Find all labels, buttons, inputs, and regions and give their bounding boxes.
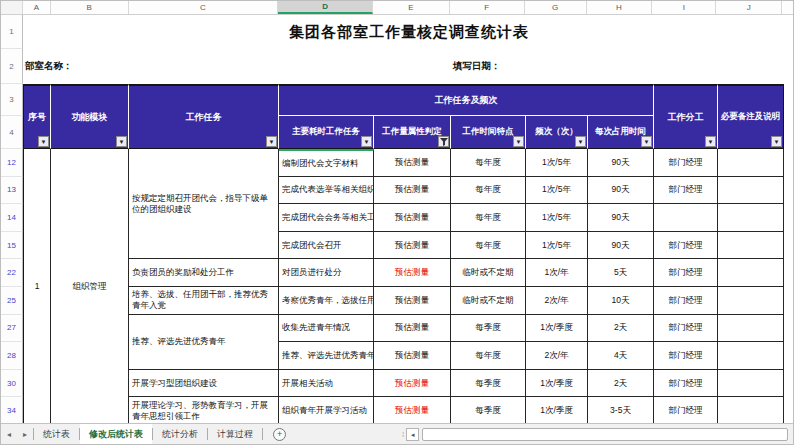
- row-header-28[interactable]: 28: [1, 342, 23, 370]
- header-module[interactable]: 功能模块 ▼: [51, 84, 129, 149]
- cell-note-28[interactable]: [718, 342, 784, 370]
- cell-owner-34[interactable]: 部门经理: [654, 397, 718, 425]
- cell-maintask-27[interactable]: 收集先进青年情况: [279, 315, 374, 343]
- cell-note-14[interactable]: [718, 204, 784, 232]
- column-header-a[interactable]: A: [23, 1, 51, 14]
- cell-time-30[interactable]: 每季度: [451, 370, 526, 398]
- cell-time-27[interactable]: 每季度: [451, 315, 526, 343]
- cell-note-27[interactable]: [718, 315, 784, 343]
- cell-attr-28[interactable]: 预估测量: [374, 342, 451, 370]
- cell-time-13[interactable]: 每年度: [451, 177, 526, 205]
- cell-owner-27[interactable]: 部门经理: [654, 315, 718, 343]
- column-header-i[interactable]: I: [652, 1, 716, 14]
- cell-freq-25[interactable]: 2次/年: [526, 287, 588, 315]
- column-header-g[interactable]: G: [525, 1, 587, 14]
- cell-maintask-12[interactable]: 编制团代会文字材料: [279, 149, 374, 177]
- row-header-4[interactable]: 4: [1, 116, 23, 149]
- add-sheet-icon[interactable]: +: [273, 428, 286, 441]
- filter-dropdown-icon[interactable]: ▼: [641, 136, 652, 147]
- cell-time-22[interactable]: 临时或不定期: [451, 259, 526, 287]
- cell-maintask-22[interactable]: 对团员进行处分: [279, 259, 374, 287]
- cell-freq-30[interactable]: 1次/季度: [526, 370, 588, 398]
- cell-dur-34[interactable]: 3-5天: [588, 397, 654, 425]
- column-header-h[interactable]: H: [587, 1, 653, 14]
- filter-dropdown-icon[interactable]: ▼: [705, 136, 716, 147]
- cell-maintask-28[interactable]: 推荐、评选先进优秀青年: [279, 342, 374, 370]
- row-header-30[interactable]: 30: [1, 370, 23, 398]
- header-time-feature[interactable]: 工作时间特点 ▼: [451, 116, 526, 149]
- cell-maintask-14[interactable]: 完成团代会会务等相关工作: [279, 204, 374, 232]
- header-notes[interactable]: 必要备注及说明 ▼: [718, 84, 784, 149]
- dept-name-label[interactable]: 部室名称：: [23, 49, 451, 84]
- row-header-13[interactable]: 13: [1, 177, 23, 205]
- cell-note-15[interactable]: [718, 232, 784, 260]
- row-header-1[interactable]: 1: [1, 15, 23, 49]
- cell-attr-27[interactable]: 预估测量: [374, 315, 451, 343]
- header-frequency[interactable]: 频次（次） ▼: [526, 116, 588, 149]
- cell-note-25[interactable]: [718, 287, 784, 315]
- cell-freq-28[interactable]: 2次/年: [526, 342, 588, 370]
- prev-sheet-icon[interactable]: ◂: [1, 430, 17, 439]
- cell-time-28[interactable]: 每年度: [451, 342, 526, 370]
- select-all-corner[interactable]: [1, 1, 23, 14]
- filter-funnel-icon[interactable]: [438, 136, 449, 147]
- cell-time-14[interactable]: 每年度: [451, 204, 526, 232]
- cell-freq-12[interactable]: 1次/5年: [526, 149, 588, 177]
- cell-owner-15[interactable]: 部门经理: [654, 232, 718, 260]
- cell-time-15[interactable]: 每年度: [451, 232, 526, 260]
- row-header-25[interactable]: 25: [1, 287, 23, 315]
- cell-note-30[interactable]: [718, 370, 784, 398]
- filter-dropdown-icon[interactable]: ▼: [771, 136, 782, 147]
- cell-freq-27[interactable]: 1次/季度: [526, 315, 588, 343]
- cell-attr-25[interactable]: 预估测量: [374, 287, 451, 315]
- header-division[interactable]: 工作分工 ▼: [654, 84, 718, 149]
- cell-dur-27[interactable]: 2天: [588, 315, 654, 343]
- cell-task-12-15[interactable]: 按规定定期召开团代会，指导下级单位的团组织建设: [129, 149, 279, 259]
- filter-dropdown-icon[interactable]: ▼: [513, 136, 524, 147]
- cell-dur-25[interactable]: 10天: [588, 287, 654, 315]
- header-main-task[interactable]: 主要耗时工作任务 ▼: [279, 116, 374, 149]
- cell-dur-15[interactable]: 90天: [588, 232, 654, 260]
- column-header-b[interactable]: B: [51, 1, 129, 14]
- cell-note-13[interactable]: [718, 177, 784, 205]
- filter-dropdown-icon[interactable]: ▼: [38, 136, 49, 147]
- filter-dropdown-icon[interactable]: ▼: [266, 136, 277, 147]
- cell-freq-22[interactable]: 1次/年: [526, 259, 588, 287]
- tab-revised-statistics[interactable]: 修改后统计表: [80, 424, 152, 444]
- cell-attr-13[interactable]: 预估测量: [374, 177, 451, 205]
- cell-maintask-13[interactable]: 完成代表选举等相关组织工作: [279, 177, 374, 205]
- cell-owner-14[interactable]: [654, 204, 718, 232]
- cell-dur-12[interactable]: 90天: [588, 149, 654, 177]
- cell-owner-30[interactable]: 部门经理: [654, 370, 718, 398]
- cell-task-30[interactable]: 开展学习型团组织建设: [129, 370, 279, 398]
- cell-task-22[interactable]: 负责团员的奖励和处分工作: [129, 259, 279, 287]
- column-header-e[interactable]: E: [373, 1, 450, 14]
- header-attr[interactable]: 工作量属性判定: [374, 116, 451, 149]
- row-header-12[interactable]: 12: [1, 149, 23, 177]
- cell-owner-25[interactable]: 部门经理: [654, 287, 718, 315]
- cell-note-22[interactable]: [718, 259, 784, 287]
- cell-dur-14[interactable]: 90天: [588, 204, 654, 232]
- row-header-22[interactable]: 22: [1, 259, 23, 287]
- cell-module-merged[interactable]: 组织管理: [51, 149, 129, 425]
- cell-task-25[interactable]: 培养、选拔、任用团干部，推荐优秀青年入党: [129, 287, 279, 315]
- sheet-title[interactable]: 集团各部室工作量核定调查统计表: [23, 15, 794, 49]
- column-header-d-selected[interactable]: D: [278, 1, 373, 14]
- cell-freq-34[interactable]: 1次/季度: [526, 397, 588, 425]
- cell-owner-12[interactable]: 部门经理: [654, 149, 718, 177]
- cell-freq-15[interactable]: 1次/5年: [526, 232, 588, 260]
- tab-analysis[interactable]: 统计分析: [153, 424, 207, 444]
- cell-seq-merged[interactable]: 1: [23, 149, 51, 425]
- cell-owner-28[interactable]: 部门经理: [654, 342, 718, 370]
- filter-dropdown-icon[interactable]: ▼: [361, 136, 372, 147]
- cell-maintask-15[interactable]: 完成团代会召开: [279, 232, 374, 260]
- cell-owner-22[interactable]: 部门经理: [654, 259, 718, 287]
- cell-dur-22[interactable]: 5天: [588, 259, 654, 287]
- cell-dur-30[interactable]: 2天: [588, 370, 654, 398]
- fill-date-label[interactable]: 填写日期：: [451, 49, 794, 84]
- cell-attr-12[interactable]: 预估测量: [374, 149, 451, 177]
- scrollbar-resize-handle[interactable]: ⁞: [402, 430, 403, 439]
- row-header-2[interactable]: 2: [1, 49, 23, 84]
- cell-time-25[interactable]: 临时或不定期: [451, 287, 526, 315]
- cell-dur-28[interactable]: 4天: [588, 342, 654, 370]
